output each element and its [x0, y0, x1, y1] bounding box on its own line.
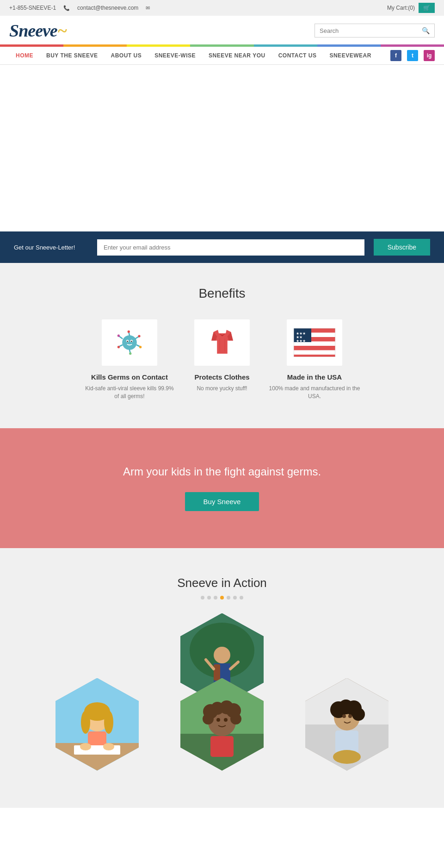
svg-point-36 [214, 647, 230, 663]
top-bar-left: +1-855-SNEEVE-1 📞 contact@thesneeve.com … [9, 5, 150, 11]
facebook-icon[interactable]: f [390, 50, 401, 61]
nav-item-near-you[interactable]: SNEEVE NEAR YOU [202, 47, 272, 64]
svg-point-50 [103, 743, 114, 750]
logo[interactable]: Sneeve~ [9, 20, 67, 41]
email-address: contact@thesneeve.com [77, 5, 138, 11]
benefit-desc-clothes: No more yucky stuff! [197, 385, 247, 393]
top-bar: +1-855-SNEEVE-1 📞 contact@thesneeve.com … [0, 0, 444, 16]
nav-item-sneevewear[interactable]: SNEEVEWEAR [323, 47, 377, 64]
action-section: Sneeve in Action [0, 548, 444, 808]
photo-kid-right [305, 678, 388, 771]
benefit-icon-germs [102, 319, 157, 366]
svg-rect-26 [294, 346, 335, 350]
cta-text: Arm your kids in the fight against germs… [9, 465, 435, 478]
svg-point-3 [127, 341, 128, 342]
search-input[interactable] [320, 27, 420, 34]
logo-accent: ~ [57, 21, 67, 40]
benefits-section: Benefits [0, 263, 444, 428]
dot-4-active[interactable] [220, 596, 224, 599]
benefit-icon-clothes [194, 319, 250, 366]
svg-point-71 [348, 714, 352, 718]
benefit-title-germs: Kills Germs on Contact [91, 373, 168, 381]
email-icon: ✉ [146, 5, 150, 11]
svg-point-0 [122, 335, 137, 350]
svg-point-59 [203, 713, 214, 724]
subscribe-button[interactable]: Subscribe [374, 239, 430, 256]
hero-area [0, 65, 444, 231]
search-box[interactable]: 🔍 [314, 24, 435, 37]
twitter-icon[interactable]: t [407, 50, 418, 61]
cart-icon[interactable]: 🛒 [419, 3, 435, 13]
nav-item-buy[interactable]: BUY THE SNEEVE [40, 47, 104, 64]
svg-point-60 [216, 718, 220, 722]
svg-rect-27 [294, 355, 335, 357]
cta-section: Arm your kids in the fight against germs… [0, 428, 444, 548]
hex-photo-grid [9, 613, 435, 789]
top-bar-right: My Cart:(0) 🛒 [387, 3, 435, 13]
dot-6[interactable] [233, 596, 237, 599]
nav-item-sneevewise[interactable]: SNEEVE-WISE [148, 47, 202, 64]
dot-7[interactable] [240, 596, 243, 599]
search-icon: 🔍 [422, 27, 430, 34]
benefit-item-usa: ★★★ ★★ ★★★ Made in the USA 100% made and… [268, 319, 361, 400]
dot-5[interactable] [227, 596, 230, 599]
benefit-title-clothes: Protects Clothes [194, 373, 249, 381]
dot-2[interactable] [207, 596, 211, 599]
svg-point-4 [131, 341, 132, 342]
svg-point-16 [117, 335, 120, 337]
newsletter-email-input[interactable] [97, 239, 364, 256]
dot-1[interactable] [201, 596, 204, 599]
nav-item-home[interactable]: HOME [9, 47, 40, 64]
hex-photo-mid-left [56, 678, 139, 771]
action-title: Sneeve in Action [9, 576, 435, 590]
benefit-item-germs: Kills Germs on Contact Kid-safe anti-vir… [83, 319, 176, 400]
hex-photo-mid-right [305, 678, 388, 771]
svg-point-6 [128, 331, 130, 333]
svg-point-14 [117, 346, 120, 348]
phone-number: +1-855-SNEEVE-1 [9, 5, 56, 11]
benefits-title: Benefits [9, 286, 435, 301]
nav-item-contact[interactable]: CONTACT US [272, 47, 323, 64]
svg-text:★★★: ★★★ [296, 339, 306, 343]
hex-photo-mid-center [180, 678, 264, 771]
header: Sneeve~ 🔍 [0, 16, 444, 41]
dots-indicator [9, 596, 435, 599]
nav-links: HOME BUY THE SNEEVE ABOUT US SNEEVE-WISE… [9, 47, 390, 64]
svg-point-49 [80, 743, 91, 750]
svg-point-8 [138, 335, 140, 337]
navigation: HOME BUY THE SNEEVE ABOUT US SNEEVE-WISE… [0, 47, 444, 65]
svg-rect-62 [210, 736, 234, 757]
svg-point-58 [230, 713, 241, 724]
newsletter-section: Get our Sneeve-Letter! Subscribe [0, 231, 444, 263]
newsletter-label: Get our Sneeve-Letter! [14, 244, 88, 251]
svg-rect-38 [214, 664, 220, 681]
svg-point-73 [333, 750, 361, 764]
svg-point-61 [224, 718, 228, 722]
cart-label[interactable]: My Cart:(0) [387, 5, 415, 11]
benefit-desc-germs: Kid-safe anti-viral sleeve kills 99.9% o… [83, 385, 176, 400]
svg-point-70 [342, 714, 346, 718]
svg-point-45 [81, 711, 90, 734]
svg-point-46 [104, 711, 113, 734]
benefit-item-clothes: Protects Clothes No more yucky stuff! [194, 319, 250, 400]
svg-point-69 [352, 708, 365, 721]
phone-icon: 📞 [63, 5, 70, 11]
instagram-icon[interactable]: ig [424, 50, 435, 61]
benefit-icon-usa: ★★★ ★★ ★★★ [287, 319, 342, 366]
dot-3[interactable] [214, 596, 217, 599]
benefit-desc-usa: 100% made and manufactured in the USA. [268, 385, 361, 400]
svg-point-12 [129, 352, 131, 355]
svg-point-10 [139, 346, 142, 348]
photo-curly-kid [180, 678, 264, 771]
photo-girl-studying [56, 678, 139, 771]
benefits-grid: Kills Germs on Contact Kid-safe anti-vir… [9, 319, 435, 400]
buy-sneeve-button[interactable]: Buy Sneeve [185, 492, 259, 511]
nav-social: f t ig [390, 50, 435, 61]
nav-item-about[interactable]: ABOUT US [104, 47, 148, 64]
benefit-title-usa: Made in the USA [287, 373, 342, 381]
